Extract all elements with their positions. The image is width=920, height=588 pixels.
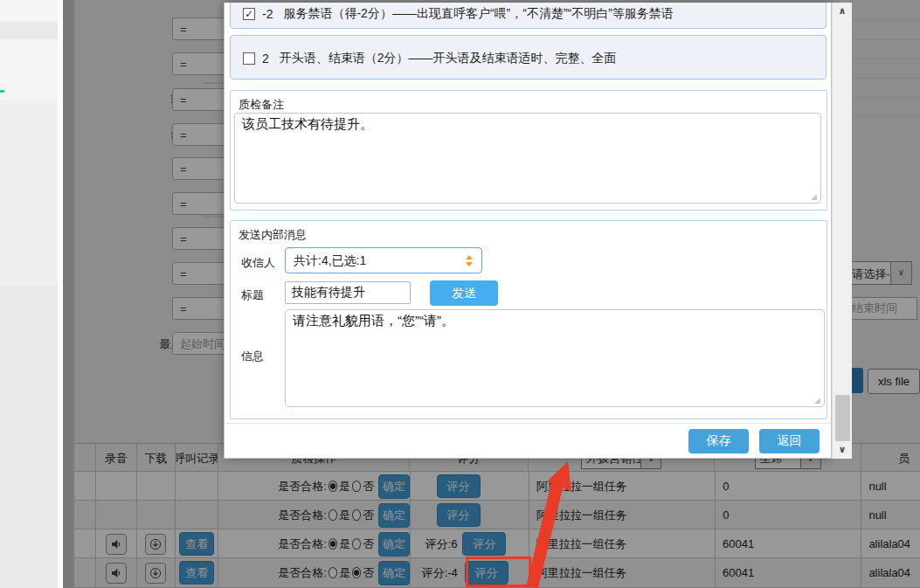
recipient-select[interactable]: 共计:4,已选:1 xyxy=(285,247,482,273)
modal-footer-divider xyxy=(225,423,832,424)
remark-textarea[interactable]: 该员工技术有待提升。 xyxy=(234,113,821,204)
resize-grip-icon[interactable]: ◢ xyxy=(814,396,820,405)
internal-message-box: 发送内部消息 收信人 共计:4,已选:1 标题 发送 信息 请注意礼貌用语，“您… xyxy=(230,220,827,419)
checklist-item[interactable]: ✓ -2 服务禁语（得-2分）——出现直呼客户“喂”，“不清楚”“不明白”等服务… xyxy=(230,3,827,29)
item-text: 服务禁语（得-2分）——出现直呼客户“喂”，“不清楚”“不明白”等服务禁语 xyxy=(283,6,673,22)
highlight-rectangle xyxy=(466,557,531,587)
scrollbar-thumb[interactable] xyxy=(835,395,850,441)
qc-remark-box: 质检备注 该员工技术有待提升。 ◢ xyxy=(230,90,827,211)
subject-input[interactable] xyxy=(285,281,411,304)
message-title: 发送内部消息 xyxy=(239,227,307,243)
modal-scrollbar[interactable]: ∧ ∨ xyxy=(832,3,852,459)
subject-label: 标题 xyxy=(241,287,264,303)
checklist-item[interactable]: 2 开头语、结束语（2分）——开头语及结束语适时、完整、全面 xyxy=(230,35,827,80)
sidebar-band xyxy=(0,100,58,286)
sidebar-band xyxy=(0,286,58,588)
item-text: 开头语、结束语（2分）——开头语及结束语适时、完整、全面 xyxy=(280,51,617,66)
recipient-value: 共计:4,已选:1 xyxy=(294,253,366,267)
checkbox-unchecked-icon[interactable] xyxy=(243,52,255,65)
sidebar-band xyxy=(0,22,58,39)
left-sidebar xyxy=(0,0,58,588)
sort-down-icon xyxy=(466,262,473,266)
screen: 质检人: = 姓名: = 联系地址一: = 绑定客户ID: = 当前坐席: = … xyxy=(0,0,920,588)
qc-score-modal: ✓ -2 服务禁语（得-2分）——出现直呼客户“喂”，“不清楚”“不明白”等服务… xyxy=(224,3,832,459)
back-button[interactable]: 返回 xyxy=(759,429,820,453)
item-score: -2 xyxy=(262,7,273,21)
send-button[interactable]: 发送 xyxy=(430,280,498,306)
checkbox-checked-icon[interactable]: ✓ xyxy=(243,8,255,20)
scroll-up-icon[interactable]: ∧ xyxy=(833,5,852,17)
message-body-textarea[interactable]: 请注意礼貌用语，“您”“请”。 xyxy=(285,309,825,407)
save-button[interactable]: 保存 xyxy=(688,429,749,453)
remark-label: 质检备注 xyxy=(239,97,284,113)
sort-up-icon xyxy=(466,255,473,259)
scroll-down-icon[interactable]: ∨ xyxy=(833,444,852,455)
body-label: 信息 xyxy=(241,349,264,364)
recipient-label: 收信人 xyxy=(241,255,275,271)
resize-grip-icon[interactable]: ◢ xyxy=(811,192,817,201)
item-score: 2 xyxy=(262,52,269,66)
sidebar-tick xyxy=(0,90,4,93)
